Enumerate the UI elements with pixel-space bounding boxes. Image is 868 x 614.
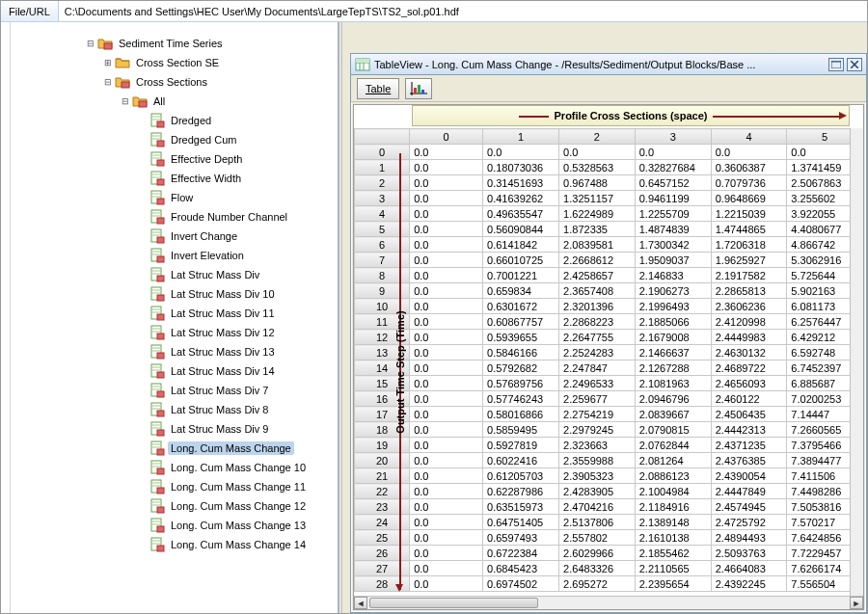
tree-leaf[interactable]: Lat Struc Mass Div 10 [14, 284, 334, 304]
cell[interactable]: 2.4656093 [711, 376, 787, 391]
cell[interactable]: 2.1679008 [635, 330, 711, 345]
table-row[interactable]: 130.00.58461662.25242832.14666372.463013… [355, 345, 863, 360]
table-row[interactable]: 160.00.577462432.2596772.09467962.460122… [355, 391, 863, 407]
cell[interactable]: 0.6974502 [483, 576, 559, 592]
cell[interactable]: 2.4506435 [711, 407, 787, 422]
cell[interactable]: 0.0 [410, 530, 483, 546]
cell[interactable]: 0.7001221 [483, 268, 559, 283]
cell[interactable]: 0.6722384 [483, 546, 559, 561]
tree-node-all[interactable]: ⊟All [14, 92, 334, 111]
scroll-right-button[interactable]: ► [850, 597, 863, 609]
cell[interactable]: 1.7300342 [635, 237, 711, 253]
cell[interactable]: 0.0 [559, 145, 636, 160]
cell[interactable]: 2.3657408 [559, 283, 636, 299]
scroll-left-button[interactable]: ◄ [354, 597, 367, 609]
table-row[interactable]: 150.00.576897562.24965332.10819632.46560… [355, 376, 863, 391]
tree-twistie[interactable]: ⊟ [119, 96, 132, 106]
cell[interactable]: 2.6029966 [559, 546, 636, 561]
cell[interactable]: 0.0 [410, 391, 483, 407]
cell[interactable]: 0.0 [410, 268, 483, 283]
tree-leaf[interactable]: Lat Struc Mass Div 9 [14, 419, 334, 439]
cell[interactable]: 1.3251157 [559, 191, 636, 206]
cell[interactable]: 2.2647755 [559, 330, 636, 345]
cell[interactable]: 2.0790815 [635, 422, 711, 438]
cell[interactable]: 2.2110565 [635, 561, 711, 576]
cell[interactable]: 0.5792682 [483, 360, 559, 376]
tree-leaf[interactable]: Effective Depth [14, 149, 334, 169]
tree-twistie[interactable]: ⊟ [84, 39, 97, 48]
file-url-input[interactable] [59, 1, 867, 21]
cell[interactable]: 2.4390054 [711, 468, 787, 484]
table-row[interactable]: 60.00.61418422.08395811.73003421.7206318… [355, 237, 863, 253]
cell[interactable]: 0.0 [410, 345, 483, 360]
cell[interactable]: 2.4120998 [711, 314, 787, 330]
cell[interactable]: 0.0 [410, 484, 483, 499]
cell[interactable]: 0.6845423 [483, 561, 559, 576]
cell[interactable]: 0.0 [410, 438, 483, 453]
cell[interactable]: 2.4574945 [711, 499, 787, 515]
cell[interactable]: 2.4442313 [711, 422, 787, 438]
cell[interactable]: 2.695272 [559, 576, 636, 592]
cell[interactable]: 0.6457152 [635, 175, 711, 191]
cell[interactable]: 0.9461199 [635, 191, 711, 206]
cell[interactable]: 0.0 [410, 237, 483, 253]
cell[interactable]: 2.5093763 [711, 546, 787, 561]
cell[interactable]: 0.0 [410, 546, 483, 561]
maximize-icon[interactable] [828, 58, 844, 71]
table-row[interactable]: 260.00.67223842.60299662.18554622.509376… [355, 546, 863, 561]
cell[interactable]: 2.4449983 [711, 330, 787, 345]
close-icon[interactable] [847, 58, 862, 71]
tree-twistie[interactable]: ⊞ [101, 58, 115, 67]
cell[interactable]: 0.0 [410, 561, 483, 576]
cell[interactable]: 0.66010725 [483, 253, 559, 268]
cell[interactable]: 0.5328563 [559, 160, 636, 175]
tree-leaf[interactable]: Long. Cum Mass Change 14 [14, 535, 334, 554]
cell[interactable]: 2.0839667 [635, 407, 711, 422]
cell[interactable]: 0.0 [410, 330, 483, 345]
table-mode-button[interactable]: Table [357, 78, 399, 99]
cell[interactable]: 2.2868223 [559, 314, 636, 330]
table-row[interactable]: 40.00.496355471.62249891.22557091.221503… [355, 206, 863, 222]
cell[interactable]: 1.4744865 [711, 222, 787, 237]
cell[interactable]: 2.1996493 [635, 299, 711, 314]
tree-leaf[interactable]: Lat Struc Mass Div 11 [14, 304, 334, 323]
cell[interactable]: 0.0 [410, 422, 483, 438]
cell[interactable]: 2.259677 [559, 391, 636, 407]
cell[interactable]: 0.0 [410, 453, 483, 468]
cell[interactable]: 2.146833 [635, 268, 711, 283]
cell[interactable]: 2.0886123 [635, 468, 711, 484]
cell[interactable]: 0.62287986 [483, 484, 559, 499]
cell[interactable]: 0.0 [635, 145, 711, 160]
cell[interactable]: 2.4371235 [711, 438, 787, 453]
cell[interactable]: 2.2524283 [559, 345, 636, 360]
cell[interactable]: 2.6483326 [559, 561, 636, 576]
table-row[interactable]: 20.00.314516930.9674880.64571520.7079736… [355, 175, 863, 191]
cell[interactable]: 1.6224989 [559, 206, 636, 222]
cell[interactable]: 1.4874839 [635, 222, 711, 237]
cell[interactable]: 2.2395654 [635, 576, 711, 592]
tree-leaf[interactable]: Invert Change [14, 227, 334, 246]
table-row[interactable]: 90.00.6598342.36574082.19062732.28658135… [355, 283, 863, 299]
cell[interactable]: 2.1267288 [635, 360, 711, 376]
cell[interactable]: 1.7206318 [711, 237, 787, 253]
cell[interactable]: 2.323663 [559, 438, 636, 453]
cell[interactable]: 0.9648669 [711, 191, 787, 206]
tree-leaf[interactable]: Long. Cum Mass Change 13 [14, 516, 334, 535]
cell[interactable]: 1.9625927 [711, 253, 787, 268]
cell[interactable]: 2.1004984 [635, 484, 711, 499]
data-grid[interactable]: 01234500.00.00.00.00.00.010.00.180730360… [354, 128, 863, 596]
cell[interactable]: 0.0 [410, 160, 483, 175]
column-header[interactable]: 1 [483, 129, 559, 145]
cell[interactable]: 2.4447849 [711, 484, 787, 499]
table-row[interactable]: 230.00.635159732.47042162.11849162.45749… [355, 499, 863, 515]
cell[interactable]: 0.659834 [483, 283, 559, 299]
cell[interactable]: 1.9509037 [635, 253, 711, 268]
table-row[interactable]: 170.00.580168662.27542192.08396672.45064… [355, 407, 863, 422]
cell[interactable]: 0.56090844 [483, 222, 559, 237]
table-row[interactable]: 110.00.608677572.28682232.18850662.41209… [355, 314, 863, 330]
cell[interactable]: 2.5137806 [559, 515, 636, 530]
tree-leaf[interactable]: Lat Struc Mass Div 14 [14, 361, 334, 381]
cell[interactable]: 0.5939655 [483, 330, 559, 345]
cell[interactable]: 0.63515973 [483, 499, 559, 515]
cell[interactable]: 0.57689756 [483, 376, 559, 391]
